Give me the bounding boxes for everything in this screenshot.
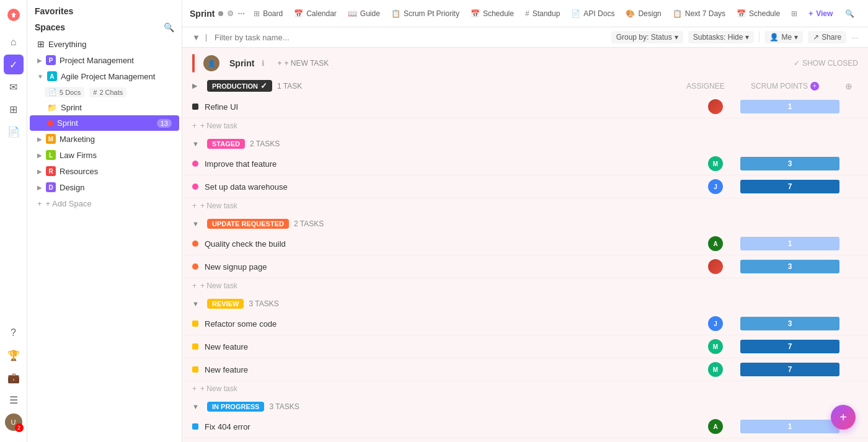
lightning-button[interactable]: ⚡	[862, 7, 868, 20]
guide-tab-icon: 📖	[348, 9, 357, 18]
table-row[interactable]: Fix 404 error A 1	[182, 415, 868, 438]
table-row[interactable]: Quality check the build A 1	[182, 232, 868, 255]
update-status-badge: UPDATE REQUESTED	[207, 219, 289, 229]
tab-guide[interactable]: 📖 Guide	[343, 7, 385, 20]
new-task-row-staged[interactable]: + + New task	[182, 198, 868, 215]
docs-chip[interactable]: 📄 5 Docs	[45, 87, 84, 97]
task-checkbox[interactable]	[192, 183, 198, 190]
task-scrum-bar: 3	[740, 260, 839, 273]
spaces-label: Spaces	[35, 22, 65, 32]
add-view-label: View	[816, 9, 833, 18]
update-collapse-icon[interactable]: ▼	[192, 220, 202, 228]
sidebar-item-resources[interactable]: ▶ R Resources	[30, 163, 179, 179]
tab-standup[interactable]: # Standup	[520, 7, 565, 20]
new-task-row-review[interactable]: + + New task	[182, 381, 868, 398]
tab-schedule2[interactable]: 📅 Schedule	[732, 7, 785, 20]
tab-design[interactable]: 🎨 Design	[621, 7, 666, 20]
bag-icon[interactable]: 💼	[4, 368, 24, 387]
tab-api-docs[interactable]: 📄 API Docs	[566, 7, 619, 20]
task-checkbox[interactable]	[192, 423, 198, 430]
task-checkbox[interactable]	[192, 320, 198, 327]
add-space-button[interactable]: + + Add Space	[27, 195, 182, 212]
goals-icon[interactable]: 🏆	[4, 345, 24, 365]
checkmark-icon: ✓	[794, 59, 800, 68]
group-production-header[interactable]: ▶ PRODUCTION ✓ 1 TASK ASSIGNEE SCRUM POI…	[182, 76, 868, 95]
table-row[interactable]: New feature M 7	[182, 335, 868, 358]
tab-grid[interactable]: ⊞	[786, 7, 802, 20]
tasks-nav-icon[interactable]: ✓	[4, 55, 24, 74]
inbox-nav-icon[interactable]: ✉	[4, 77, 24, 97]
tab-scrum-priority[interactable]: 📋 Scrum Pt Priority	[386, 7, 464, 20]
task-assignee: A	[691, 419, 740, 434]
sidebar-item-agile[interactable]: ▼ A Agile Project Management	[30, 68, 179, 84]
task-checkbox[interactable]	[192, 366, 198, 373]
inprogress-count: 3 TASKS	[269, 402, 299, 411]
history-icon[interactable]: ☰	[4, 390, 24, 410]
table-row[interactable]: User story 3	[182, 438, 868, 442]
docs-nav-icon[interactable]: 📄	[4, 122, 24, 141]
group-staged-header[interactable]: ▼ STAGED 2 TASKS	[182, 135, 868, 152]
table-row[interactable]: New feature M 7	[182, 358, 868, 381]
sidebar-item-marketing[interactable]: ▶ M Marketing	[30, 131, 179, 147]
search-button[interactable]: 🔍	[840, 7, 859, 20]
tab-add-view[interactable]: + View	[804, 7, 838, 20]
new-task-button[interactable]: + + NEW TASK	[277, 59, 329, 68]
new-task-row-update[interactable]: + + New task	[182, 278, 868, 295]
apps-nav-icon[interactable]: ⊞	[4, 99, 24, 119]
table-row[interactable]: New signup page 3	[182, 255, 868, 278]
task-scrum-bar: 3	[740, 317, 839, 330]
table-row[interactable]: Refactor some code J 3	[182, 312, 868, 335]
sidebar-item-project-mgmt[interactable]: ▶ P Project Management	[30, 52, 179, 68]
profile-button[interactable]: U 2	[4, 412, 24, 432]
inprogress-collapse-icon[interactable]: ▼	[192, 403, 202, 410]
home-nav-icon[interactable]: ⌂	[4, 32, 24, 52]
task-checkbox[interactable]	[192, 104, 198, 110]
nav-ellipsis[interactable]: ···	[237, 9, 245, 19]
more-options-icon[interactable]: ···	[851, 33, 858, 42]
sidebar-item-sprint[interactable]: Sprint 13	[30, 115, 179, 131]
filter-input[interactable]	[215, 33, 606, 42]
group-review-header[interactable]: ▼ REVIEW 3 TASKS	[182, 295, 868, 312]
table-row[interactable]: Set up data warehouse J 7	[182, 175, 868, 198]
group-by-chip[interactable]: Group by: Status ▾	[611, 31, 683, 43]
tab-calendar[interactable]: 📅 Calendar	[289, 7, 342, 20]
everything-icon: ⊞	[37, 39, 45, 49]
sidebar-item-everything[interactable]: ⊞ Everything	[30, 36, 179, 52]
me-chip[interactable]: 👤 Me ▾	[764, 31, 803, 43]
show-closed-button[interactable]: ✓ SHOW CLOSED	[794, 59, 858, 68]
add-col-icon[interactable]: ⊕	[845, 81, 852, 91]
task-name: Quality check the build	[205, 239, 691, 249]
table-row[interactable]: Improve that feature M 3	[182, 152, 868, 175]
tab-board[interactable]: ⊞ Board	[249, 7, 288, 20]
task-checkbox[interactable]	[192, 161, 198, 167]
sprint-info-icon[interactable]: ℹ	[262, 59, 265, 68]
task-checkbox[interactable]	[192, 241, 198, 247]
tab-next7days[interactable]: 📋 Next 7 Days	[668, 7, 730, 20]
group-inprogress-header[interactable]: ▼ IN PROGRESS 3 TASKS	[182, 398, 868, 415]
sprint-section-header: 👤 Sprint ℹ + + NEW TASK ✓ SHOW CLOSED	[182, 48, 868, 76]
staged-collapse-icon[interactable]: ▼	[192, 140, 202, 148]
share-chip[interactable]: ↗ Share	[808, 31, 846, 43]
fab-button[interactable]: +	[831, 405, 856, 430]
tab-schedule[interactable]: 📅 Schedule	[466, 7, 519, 20]
review-collapse-icon[interactable]: ▼	[192, 300, 202, 307]
sidebar-item-sprints-backlog[interactable]: 📁 Sprint	[30, 100, 179, 115]
chats-chip[interactable]: # 2 Chats	[89, 87, 126, 97]
nav-settings-icon[interactable]: ⚙	[227, 9, 234, 18]
new-task-plus: +	[192, 281, 197, 290]
standup-tab-icon: #	[525, 9, 529, 18]
sidebar-item-design[interactable]: ▶ D Design	[30, 179, 179, 195]
subtasks-chip[interactable]: Subtasks: Hide ▾	[688, 31, 755, 43]
table-row[interactable]: Refine UI 1	[182, 95, 868, 118]
production-collapse-icon[interactable]: ▶	[192, 82, 202, 90]
sidebar-item-law-firms[interactable]: ▶ L Law Firms	[30, 147, 179, 163]
task-checkbox[interactable]	[192, 263, 198, 270]
new-task-row-production[interactable]: + + New task	[182, 118, 868, 135]
law-icon: L	[46, 150, 56, 160]
group-update-requested: ▼ UPDATE REQUESTED 2 TASKS Quality check…	[182, 215, 868, 295]
group-update-header[interactable]: ▼ UPDATE REQUESTED 2 TASKS	[182, 215, 868, 232]
task-checkbox[interactable]	[192, 343, 198, 350]
logo-button[interactable]	[4, 5, 24, 25]
sidebar-search-icon[interactable]: 🔍	[164, 22, 174, 32]
help-icon[interactable]: ?	[4, 323, 24, 343]
